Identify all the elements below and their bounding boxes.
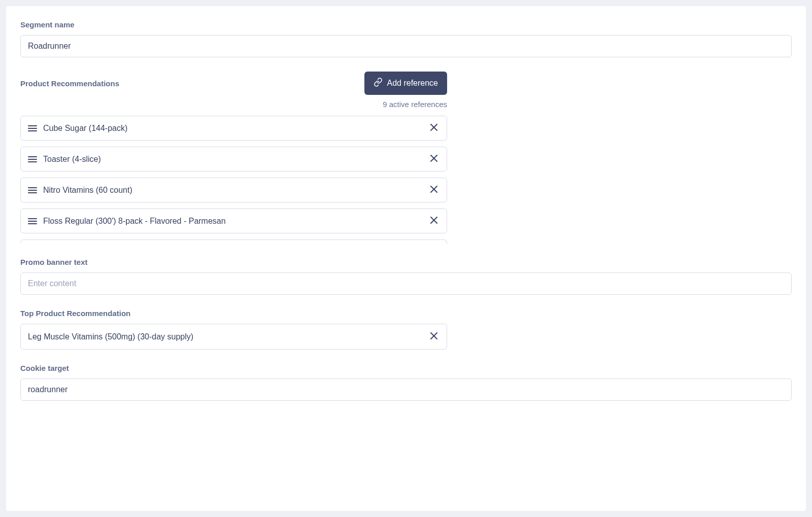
- drag-handle-icon[interactable]: [28, 156, 37, 163]
- remove-reference-button[interactable]: [428, 215, 439, 227]
- reference-card[interactable]: Toaster (4-slice): [20, 147, 447, 171]
- close-icon: [430, 155, 437, 163]
- close-icon: [430, 332, 437, 341]
- remove-top-recommendation-button[interactable]: [428, 330, 439, 343]
- recommendations-header: Product Recommendations Add reference: [20, 72, 447, 95]
- top-recommendation-title: Leg Muscle Vitamins (500mg) (30-day supp…: [28, 332, 422, 341]
- drag-handle-icon[interactable]: [28, 218, 37, 225]
- reference-title: Floss Regular (300') 8-pack - Flavored -…: [43, 217, 422, 226]
- remove-reference-button[interactable]: [428, 122, 439, 134]
- close-icon: [430, 124, 437, 132]
- add-reference-label: Add reference: [387, 79, 438, 88]
- cookie-target-field: Cookie target: [20, 364, 792, 401]
- segment-name-input[interactable]: [20, 35, 792, 57]
- add-reference-button[interactable]: Add reference: [364, 72, 447, 95]
- top-recommendation-section: Top Product Recommendation Leg Muscle Vi…: [20, 309, 792, 350]
- segment-name-field: Segment name: [20, 20, 792, 57]
- drag-handle-icon[interactable]: [28, 187, 37, 194]
- reference-card[interactable]: Cube Sugar (144-pack): [20, 116, 447, 141]
- reference-title: Nitro Vitamins (60 count): [43, 186, 422, 195]
- drag-handle-icon[interactable]: [28, 125, 37, 132]
- close-icon: [430, 217, 437, 225]
- promo-banner-label: Promo banner text: [20, 258, 792, 266]
- link-icon: [374, 78, 383, 89]
- segment-name-label: Segment name: [20, 20, 792, 29]
- reference-card[interactable]: Nitro Vitamins (60 count): [20, 178, 447, 202]
- reference-card-peek: [20, 239, 447, 244]
- active-references-count: 9 active references: [20, 100, 447, 109]
- reference-card[interactable]: Floss Regular (300') 8-pack - Flavored -…: [20, 209, 447, 233]
- cookie-target-label: Cookie target: [20, 364, 792, 372]
- segment-form: Segment name Product Recommendations Add…: [6, 6, 806, 511]
- reference-list: Cube Sugar (144-pack) Toaster (4-slic: [20, 116, 447, 244]
- promo-banner-field: Promo banner text: [20, 258, 792, 295]
- promo-banner-input[interactable]: [20, 272, 792, 295]
- remove-reference-button[interactable]: [428, 184, 439, 196]
- recommendations-section: Product Recommendations Add reference 9 …: [20, 72, 792, 244]
- close-icon: [430, 186, 437, 194]
- remove-reference-button[interactable]: [428, 153, 439, 165]
- reference-title: Cube Sugar (144-pack): [43, 124, 422, 133]
- cookie-target-input[interactable]: [20, 378, 792, 401]
- recommendations-label: Product Recommendations: [20, 79, 119, 88]
- reference-title: Toaster (4-slice): [43, 155, 422, 164]
- top-recommendation-label: Top Product Recommendation: [20, 309, 792, 318]
- top-recommendation-card[interactable]: Leg Muscle Vitamins (500mg) (30-day supp…: [20, 324, 447, 350]
